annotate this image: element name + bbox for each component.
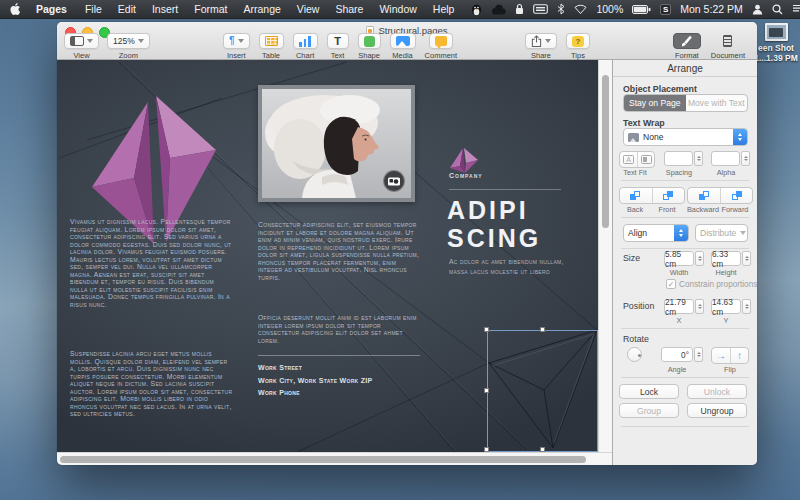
wifi-icon[interactable] [574, 4, 587, 14]
view-menu-button[interactable]: View [64, 33, 99, 60]
lock-status-icon[interactable] [515, 3, 524, 15]
backward-button[interactable] [688, 188, 720, 203]
format-button[interactable]: Format [673, 33, 701, 60]
tagline-text[interactable]: Ac dolor ac amet bibendum nullam, massa … [449, 257, 569, 276]
alpha-field[interactable] [711, 151, 740, 166]
vertical-scrollbar[interactable] [598, 60, 612, 452]
text-block-col2-para1[interactable]: Consectetur adipiscing elit, set eiusmod… [258, 221, 422, 281]
front-button[interactable] [652, 188, 684, 203]
alpha-stepper[interactable] [741, 151, 750, 166]
company-label[interactable]: Company [449, 172, 483, 180]
user-status-icon[interactable] [752, 4, 763, 15]
rotate-knob[interactable] [627, 347, 642, 362]
inspector-tab-arrange[interactable]: Arrange [613, 60, 757, 77]
flip-horizontal-button[interactable]: → [712, 348, 730, 363]
menu-edit[interactable]: Edit [118, 3, 136, 15]
replace-image-badge[interactable] [383, 170, 405, 192]
text-wrap-stepper[interactable] [733, 129, 747, 145]
zoom-menu-button[interactable]: 125% Zoom [107, 33, 150, 60]
s-app-status-icon[interactable]: S [660, 4, 671, 15]
comment-button[interactable]: Comment [425, 33, 458, 60]
menu-view[interactable]: View [297, 3, 320, 15]
battery-icon[interactable] [632, 5, 651, 14]
text-fit-right-button[interactable] [637, 152, 654, 167]
constrain-proportions-checkbox[interactable]: ✓ [666, 279, 676, 289]
format-brush-icon [680, 35, 693, 47]
menu-file[interactable]: File [85, 3, 102, 15]
height-field[interactable]: 6.33 cm [711, 251, 741, 266]
profile-photo[interactable] [258, 85, 415, 202]
brochure-title[interactable]: ADIPI SCING [447, 196, 541, 252]
stay-on-page-option[interactable]: Stay on Page [624, 95, 686, 111]
ungroup-button[interactable]: Ungroup [687, 403, 747, 418]
company-logo[interactable] [448, 146, 482, 174]
spotlight-search-icon[interactable] [772, 4, 783, 15]
menu-pages[interactable]: Pages [36, 3, 67, 15]
menu-help[interactable]: Help [433, 3, 455, 15]
menu-format[interactable]: Format [194, 3, 227, 15]
selection-handle-middle-left[interactable] [484, 388, 489, 393]
contact-block[interactable]: Work Street Work City, Work State Work Z… [258, 362, 422, 400]
media-button[interactable]: Media [390, 33, 416, 60]
menu-clock[interactable]: Mon 5:22 PM [680, 3, 742, 15]
selection-bounding-box[interactable] [487, 330, 598, 452]
text-fit-left-button[interactable]: A [620, 152, 637, 167]
shape-button[interactable]: Shape [358, 33, 381, 60]
text-block-col1-para2[interactable]: Suspendisse lacinia arcu eget metus moll… [70, 350, 233, 418]
flip-vertical-button[interactable]: ↑ [730, 348, 748, 363]
move-with-text-option[interactable]: Move with Text [686, 95, 748, 111]
position-y-stepper[interactable] [742, 299, 751, 314]
text-button[interactable]: T Text [327, 33, 349, 60]
angle-stepper[interactable] [694, 347, 703, 362]
menu-insert[interactable]: Insert [152, 3, 178, 15]
align-dropdown[interactable]: Align [623, 224, 689, 242]
menu-share[interactable]: Share [335, 3, 363, 15]
keyboard-status-icon[interactable] [533, 4, 548, 14]
chart-button[interactable]: Chart [293, 33, 318, 60]
bluetooth-icon[interactable] [557, 3, 565, 15]
height-sublabel: Height [706, 268, 746, 277]
insert-button[interactable]: ¶ Insert [223, 33, 250, 60]
share-button[interactable]: Share [525, 33, 557, 60]
document-page[interactable]: Vivamus ut dignissim lacus. Pellentesque… [57, 60, 598, 452]
text-block-col2-para2[interactable]: Officia deserunt mollit anim id est labo… [258, 314, 422, 344]
vertical-scrollbar-thumb[interactable] [602, 75, 609, 228]
position-x-stepper[interactable] [695, 299, 704, 314]
text-wrap-select[interactable]: None [623, 128, 748, 146]
spacing-stepper[interactable] [694, 151, 703, 166]
back-button[interactable] [620, 188, 652, 203]
position-x-field[interactable]: 21.79 cm [664, 299, 694, 314]
cloud-status-icon[interactable] [492, 4, 506, 15]
table-button[interactable]: Table [259, 33, 284, 60]
angle-field[interactable]: 0° [661, 347, 693, 362]
group-button[interactable]: Group [619, 403, 679, 418]
desktop-file-screenshot[interactable]: een Shot 1...1.39 PM [753, 23, 799, 63]
selection-handle-top-middle[interactable] [540, 327, 545, 332]
notification-center-icon[interactable] [792, 4, 800, 14]
horizontal-scrollbar-thumb[interactable] [60, 456, 586, 463]
window-header: Structural.pages View 125% Zoom ¶ Insert [57, 22, 757, 60]
align-stepper[interactable] [674, 225, 688, 241]
height-stepper[interactable] [742, 251, 751, 266]
text-block-col1-para1[interactable]: Vivamus ut dignissim lacus. Pellentesque… [70, 218, 233, 308]
menu-window[interactable]: Window [379, 3, 416, 15]
spacing-field[interactable] [664, 151, 693, 166]
apple-menu[interactable] [10, 2, 22, 16]
selection-handle-top-left[interactable] [484, 327, 489, 332]
distribute-dropdown[interactable]: Distribute [695, 224, 748, 242]
menu-arrange[interactable]: Arrange [243, 3, 280, 15]
forward-button[interactable] [720, 188, 752, 203]
unlock-button[interactable]: Unlock [687, 384, 747, 399]
tips-button[interactable]: ? Tips [566, 33, 590, 60]
horizontal-scrollbar[interactable] [57, 452, 612, 465]
width-field[interactable]: 5.85 cm [664, 251, 694, 266]
selection-handle-bottom-left[interactable] [484, 447, 489, 452]
width-stepper[interactable] [695, 251, 704, 266]
battery-percent[interactable]: 100% [596, 3, 623, 15]
selection-handle-bottom-middle[interactable] [540, 447, 545, 452]
width-sublabel: Width [659, 268, 699, 277]
position-y-field[interactable]: 14.63 cm [711, 299, 741, 314]
lock-button[interactable]: Lock [619, 384, 679, 399]
penguin-status-icon[interactable] [470, 3, 483, 16]
document-button[interactable]: Document [711, 33, 745, 60]
